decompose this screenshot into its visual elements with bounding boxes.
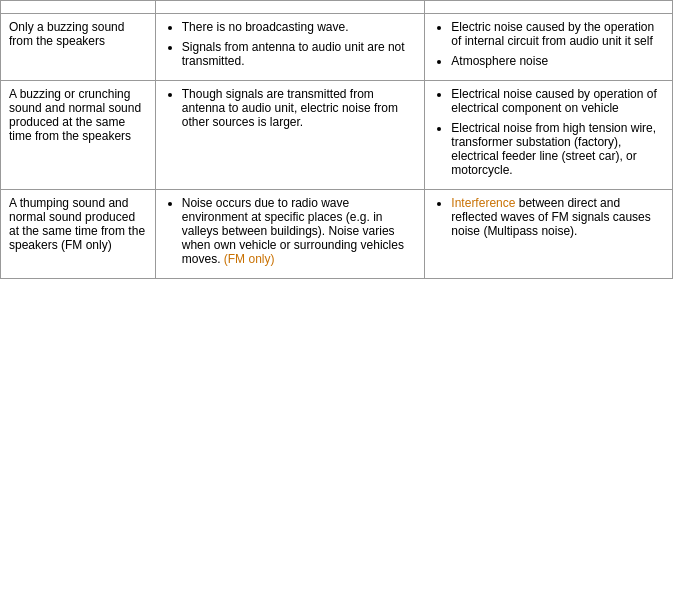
list-item: There is no broadcasting wave.: [182, 20, 417, 34]
symptom-cell: Only a buzzing sound from the speakers: [1, 14, 156, 81]
header-source: [425, 1, 673, 14]
symptom-cell: A thumping sound and normal sound produc…: [1, 190, 156, 279]
list-item: Signals from antenna to audio unit are n…: [182, 40, 417, 68]
table-row: A thumping sound and normal sound produc…: [1, 190, 673, 279]
antenna-cell: There is no broadcasting wave.Signals fr…: [155, 14, 425, 81]
list-item: Interference between direct and reflecte…: [451, 196, 664, 238]
table-row: Only a buzzing sound from the speakersTh…: [1, 14, 673, 81]
list-item: Electric noise caused by the operation o…: [451, 20, 664, 48]
source-cell: Electrical noise caused by operation of …: [425, 81, 673, 190]
list-item: Though signals are transmitted from ante…: [182, 87, 417, 129]
header-antenna: [155, 1, 425, 14]
antenna-cell: Noise occurs due to radio wave environme…: [155, 190, 425, 279]
list-item: Atmosphere noise: [451, 54, 664, 68]
antenna-cell: Though signals are transmitted from ante…: [155, 81, 425, 190]
source-cell: Interference between direct and reflecte…: [425, 190, 673, 279]
list-item: Electrical noise from high tension wire,…: [451, 121, 664, 177]
symptom-cell: A buzzing or crunching sound and normal …: [1, 81, 156, 190]
table-row: A buzzing or crunching sound and normal …: [1, 81, 673, 190]
header-symptom: [1, 1, 156, 14]
list-item: Electrical noise caused by operation of …: [451, 87, 664, 115]
list-item: Noise occurs due to radio wave environme…: [182, 196, 417, 266]
source-cell: Electric noise caused by the operation o…: [425, 14, 673, 81]
